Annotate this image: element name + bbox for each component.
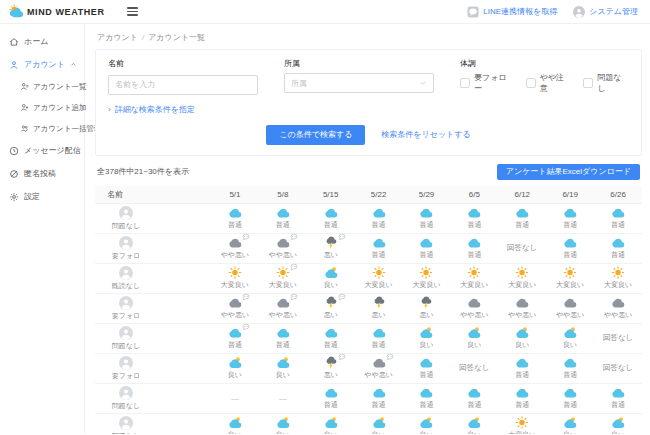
weather-label: 普通 [228,340,242,350]
line-sync-button[interactable]: LINE連携情報を取得 [467,6,557,18]
weather-bad-icon [324,296,338,309]
sidebar-item-label: 匿名投稿 [24,168,56,179]
weather-normal-icon [515,356,529,369]
sidebar-subitem-account-list[interactable]: アカウント一覧 [0,76,84,97]
account-cell[interactable]: 問題なし [107,416,145,435]
weather-cell-normal: 普通 [355,236,403,260]
breadcrumb-parent[interactable]: アカウント [97,33,138,42]
weather-great-icon [372,266,386,279]
weather-normal-icon [611,386,625,399]
weather-cell-normal: 普通 [450,236,498,260]
checkbox-caution[interactable]: やや注意 [526,72,572,94]
name-filter-field: 名前 [108,58,258,95]
search-button[interactable]: この条件で検索する [266,125,365,145]
excel-download-button[interactable]: アンケート結果Excelダウンロード [497,164,640,180]
account-cell[interactable]: 問題なし [107,206,145,231]
weather-cell-normal: 普通 [594,206,642,230]
account-cell[interactable]: 問題なし [107,386,145,411]
weather-label: 悪い [419,310,433,320]
comment-icon [290,233,298,241]
weather-label: 良い [515,340,529,350]
weather-label: 大変良い [556,280,584,290]
weather-cell-normal: 普通 [498,206,546,230]
weather-normal-icon [276,326,290,339]
menu-toggle-icon[interactable] [127,7,138,16]
weather-label: 普通 [515,400,529,410]
weather-label: やや悪い [508,310,537,320]
result-count: 全378件中21~30件を表示 [97,166,189,177]
table-row: 問題なし——普通普通普通普通普通普通普通 [95,384,642,414]
date-column-header: 5/29 [403,190,451,199]
table-header-row: 名前5/15/85/155/225/296/56/126/196/26 [95,186,642,204]
weather-normal-icon [563,236,577,249]
account-cell[interactable]: 要フォロ [107,296,145,321]
weather-good-icon [276,416,290,429]
checkbox-noproblem[interactable]: 問題なし [583,72,629,94]
account-status-label: 問題なし [112,341,140,351]
users-icon [20,124,29,133]
admin-menu[interactable]: システム管理 [573,6,638,18]
weather-cell-poor: やや悪い [211,236,259,260]
sidebar-item-account[interactable]: アカウント [0,53,84,76]
sidebar-item-home[interactable]: ホーム [0,30,84,53]
weather-good-icon [324,266,338,279]
weather-cell-normal: 普通 [403,356,451,380]
name-filter-input[interactable] [108,75,258,95]
weather-cell-normal: 普通 [403,236,451,260]
department-select[interactable]: 所属 [284,73,434,93]
account-status-label: 問題なし [112,221,140,231]
comment-icon [290,263,298,271]
weather-cell-normal: 普通 [498,386,546,410]
sidebar-item-anonymous[interactable]: 匿名投稿 [0,162,84,185]
weather-label: 悪い [324,310,338,320]
user-add-icon [20,103,29,112]
weather-cell-poor: やや悪い [498,296,546,320]
account-cell[interactable]: 既読なし [107,266,145,291]
weather-label: 普通 [563,370,577,380]
weather-label: 大変良い [412,280,440,290]
weather-label: 普通 [372,340,386,350]
weather-label: 大変良い [508,430,536,434]
weather-cell-noanswer: 回答なし [594,333,642,343]
condition-checkbox-group: 要フォロー やや注意 問題なし [460,73,629,93]
weather-cell-great: 大変良い [211,266,259,290]
app-window: MIND WEATHER LINE連携情報を取得 システム管理 ホームアカウント… [0,0,650,435]
weather-cell-good: 良い [546,416,594,434]
reset-search-link[interactable]: 検索条件をリセットする [381,129,470,140]
weather-cell-good: 良い [498,326,546,350]
weather-cell-bad: 悪い [403,296,451,320]
weather-cell-bad: 悪い [307,236,355,260]
weather-normal-icon [276,206,290,219]
account-status-label: 要フォロ [112,311,141,321]
checkbox-follow[interactable]: 要フォロー [460,72,514,94]
brand-logo[interactable]: MIND WEATHER [0,4,105,19]
weather-label: 普通 [611,220,625,230]
checkbox-icon [526,78,536,88]
comment-icon [242,323,250,331]
sidebar-item-message[interactable]: メッセージ配信 [0,139,84,162]
weather-normal-icon [515,206,529,219]
date-column-header: 5/15 [307,190,355,199]
table-row: 要フォロ良い良い悪いやや悪い普通回答なし普通普通回答なし [95,354,642,384]
weather-label: 普通 [611,400,625,410]
weather-label: 普通 [324,400,338,410]
weather-cell-good: 良い [307,266,355,290]
weather-label: 悪い [324,250,338,260]
sidebar-subitem-account-add[interactable]: アカウント追加 [0,97,84,118]
weather-cell-poor: やや悪い [355,356,403,380]
sidebar-subitem-label: アカウント追加 [33,103,86,113]
weather-cell-empty: — [259,394,307,403]
account-cell[interactable]: 問題なし [107,326,145,351]
avatar-icon [119,266,133,280]
weather-label: 大変良い [365,280,393,290]
sidebar-item-settings[interactable]: 設定 [0,185,84,208]
weather-good-icon [467,326,481,339]
advanced-search-link[interactable]: › 詳細な検索条件を指定 [108,104,195,115]
weather-cell-great: 大変良い [259,266,307,290]
weather-good-icon [228,356,242,369]
account-cell[interactable]: 要フォロ [107,356,145,381]
weather-cell-noanswer: 回答なし [498,243,546,253]
weather-label: 普通 [372,220,386,230]
sidebar-subitem-account-bulk[interactable]: アカウント一括管理 [0,118,84,139]
account-cell[interactable]: 要フォロ [107,236,145,261]
